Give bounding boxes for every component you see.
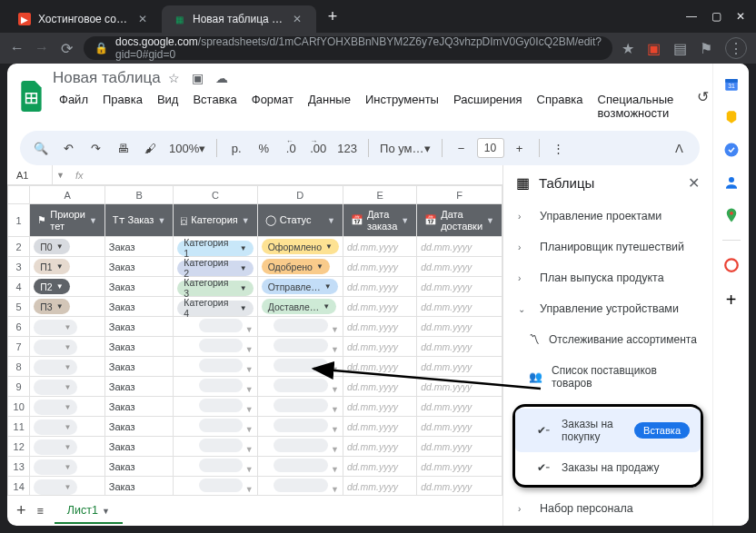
cell-date-delivery[interactable]: dd.mm.yyyy bbox=[417, 297, 502, 317]
sheets-logo[interactable] bbox=[20, 80, 44, 113]
ext-icon-1[interactable]: ★ bbox=[622, 40, 634, 57]
hdr-priority[interactable]: ⚑Приори тет▼ bbox=[30, 204, 104, 237]
cell-status[interactable]: Оформлено▼ bbox=[257, 237, 343, 257]
window-minimize[interactable]: — bbox=[686, 10, 697, 23]
browser-menu[interactable]: ⋮ bbox=[725, 37, 747, 59]
menu-Инструменты[interactable]: Инструменты bbox=[359, 89, 445, 123]
menu-Правка[interactable]: Правка bbox=[96, 89, 149, 123]
col-A[interactable]: A bbox=[30, 186, 104, 204]
font-select[interactable]: По ум… ▾ bbox=[376, 136, 433, 160]
cell-date-delivery[interactable]: dd.mm.yyyy bbox=[417, 277, 502, 297]
cell-date-delivery[interactable]: dd.mm.yyyy bbox=[417, 257, 502, 277]
sp-item-3[interactable]: ⌄Управление устройствами bbox=[507, 293, 709, 324]
nav-back[interactable]: ← bbox=[9, 39, 25, 57]
tab-close-1[interactable]: ✕ bbox=[138, 13, 151, 25]
spreadsheet-grid[interactable]: ABC DEF 1⚑Приори тет▼TᴛЗаказ▼⌼Категория▼… bbox=[7, 185, 502, 495]
calendar-icon[interactable]: 31 bbox=[723, 76, 740, 93]
hdr-status[interactable]: ◯Статус▼ bbox=[257, 204, 343, 237]
add-sheet[interactable]: + bbox=[16, 501, 26, 520]
browser-tab-2[interactable]: ▦ Новая таблица - Google Табл… ✕ bbox=[162, 5, 316, 33]
menu-Расширения[interactable]: Расширения bbox=[447, 89, 529, 123]
hdr-order[interactable]: TᴛЗаказ▼ bbox=[104, 204, 174, 237]
menu-Специальные возможности[interactable]: Специальные возможности bbox=[592, 89, 681, 123]
cell-order[interactable]: Заказ bbox=[104, 277, 174, 297]
row-14[interactable]: 14 bbox=[8, 477, 30, 496]
undo-button[interactable]: ↶ bbox=[56, 136, 80, 160]
col-E[interactable]: E bbox=[343, 186, 416, 204]
menu-Файл[interactable]: Файл bbox=[53, 89, 94, 123]
tab-close-2[interactable]: ✕ bbox=[293, 13, 305, 25]
sp-sub-boxed-0[interactable]: ✔╴Заказы на покупкуВставка bbox=[515, 409, 701, 452]
all-sheets[interactable]: ≡ bbox=[37, 505, 44, 518]
move-icon[interactable]: ▣ bbox=[192, 71, 208, 85]
select-all-corner[interactable] bbox=[8, 186, 30, 204]
col-D[interactable]: D bbox=[257, 186, 343, 204]
maps-icon[interactable] bbox=[723, 207, 740, 223]
cell-order[interactable]: Заказ bbox=[104, 297, 174, 317]
cell-order[interactable]: Заказ bbox=[104, 237, 174, 257]
addon-icon[interactable] bbox=[723, 257, 740, 273]
sp-item-0[interactable]: ›Управление проектами bbox=[507, 201, 709, 232]
row-1[interactable]: 1 bbox=[8, 204, 30, 237]
hdr-date_delivery[interactable]: 📅Дата доставки▼ bbox=[417, 204, 502, 237]
currency-button[interactable]: р. bbox=[224, 136, 248, 160]
cell-category[interactable]: Категория 3▼ bbox=[174, 277, 257, 297]
print-button[interactable]: 🖶 bbox=[111, 136, 134, 160]
cell-date-order[interactable]: dd.mm.yyyy bbox=[343, 257, 416, 277]
window-maximize[interactable]: ▢ bbox=[711, 10, 721, 23]
name-box[interactable]: A1 bbox=[7, 165, 53, 184]
doc-title[interactable]: Новая таблица bbox=[53, 69, 161, 87]
nav-forward[interactable]: → bbox=[34, 39, 49, 57]
menu-Вид[interactable]: Вид bbox=[151, 89, 185, 123]
rail-add[interactable]: + bbox=[726, 290, 737, 311]
cell-date-order[interactable]: dd.mm.yyyy bbox=[343, 277, 416, 297]
fontsize-input[interactable]: 10 bbox=[477, 138, 504, 158]
menu-Данные[interactable]: Данные bbox=[302, 89, 357, 123]
row-6[interactable]: 6 bbox=[8, 317, 30, 337]
fontsize-inc[interactable]: + bbox=[508, 136, 532, 160]
name-box-chev[interactable]: ▼ bbox=[53, 171, 68, 180]
row-3[interactable]: 3 bbox=[8, 257, 30, 277]
dec-more[interactable]: .00→ bbox=[306, 136, 330, 160]
row-5[interactable]: 5 bbox=[8, 297, 30, 317]
col-B[interactable]: B bbox=[104, 186, 174, 204]
sp-item-5[interactable]: ›Планировщик ресурсов команды bbox=[507, 524, 709, 526]
sheet-tab-1[interactable]: Лист1▼ bbox=[55, 498, 123, 524]
contacts-icon[interactable] bbox=[723, 174, 740, 191]
row-10[interactable]: 10 bbox=[8, 397, 30, 417]
cell-status[interactable]: Отправле…▼ bbox=[257, 277, 343, 297]
row-8[interactable]: 8 bbox=[8, 357, 30, 377]
cloud-icon[interactable]: ☁ bbox=[215, 71, 232, 85]
ext-icon-4[interactable]: ⚑ bbox=[700, 40, 712, 57]
window-close[interactable]: ✕ bbox=[736, 10, 745, 23]
menu-Формат[interactable]: Формат bbox=[245, 89, 300, 123]
keep-icon[interactable] bbox=[723, 109, 740, 125]
toolbar-more[interactable]: ⋮ bbox=[547, 136, 571, 160]
collapse-toolbar[interactable]: ᐱ bbox=[667, 136, 691, 160]
percent-button[interactable]: % bbox=[252, 136, 275, 160]
sp-sub-boxed-1[interactable]: ✔╴Заказы на продажу bbox=[515, 452, 701, 483]
cell-order[interactable]: Заказ bbox=[104, 257, 174, 277]
row-12[interactable]: 12 bbox=[8, 437, 30, 457]
zoom-select[interactable]: 100% ▾ bbox=[165, 136, 209, 160]
cell-priority[interactable]: П0▼ bbox=[30, 237, 104, 257]
more-formats[interactable]: 123 bbox=[333, 136, 361, 160]
dec-less[interactable]: .0← bbox=[279, 136, 303, 160]
row-11[interactable]: 11 bbox=[8, 417, 30, 437]
row-7[interactable]: 7 bbox=[8, 337, 30, 357]
url-field[interactable]: 🔒 docs.google.com/spreadsheets/d/1mCARfY… bbox=[84, 36, 612, 60]
cell-status[interactable]: Доставле…▼ bbox=[257, 297, 343, 317]
cell-category[interactable]: Категория 4▼ bbox=[174, 297, 257, 317]
menu-Справка[interactable]: Справка bbox=[531, 89, 590, 123]
history-icon[interactable]: ↺ bbox=[689, 83, 712, 110]
cell-date-order[interactable]: dd.mm.yyyy bbox=[343, 297, 416, 317]
cell-priority[interactable]: П3▼ bbox=[30, 297, 104, 317]
cell-category[interactable]: Категория 1▼ bbox=[174, 237, 257, 257]
ext-icon-2[interactable]: ▣ bbox=[647, 40, 661, 57]
insert-badge[interactable]: Вставка bbox=[634, 422, 690, 439]
fontsize-dec[interactable]: − bbox=[450, 136, 473, 160]
hdr-date_order[interactable]: 📅Дата заказа▼ bbox=[343, 204, 416, 237]
tasks-icon[interactable] bbox=[723, 142, 740, 158]
cell-priority[interactable]: П1▼ bbox=[30, 257, 104, 277]
row-9[interactable]: 9 bbox=[8, 377, 30, 397]
